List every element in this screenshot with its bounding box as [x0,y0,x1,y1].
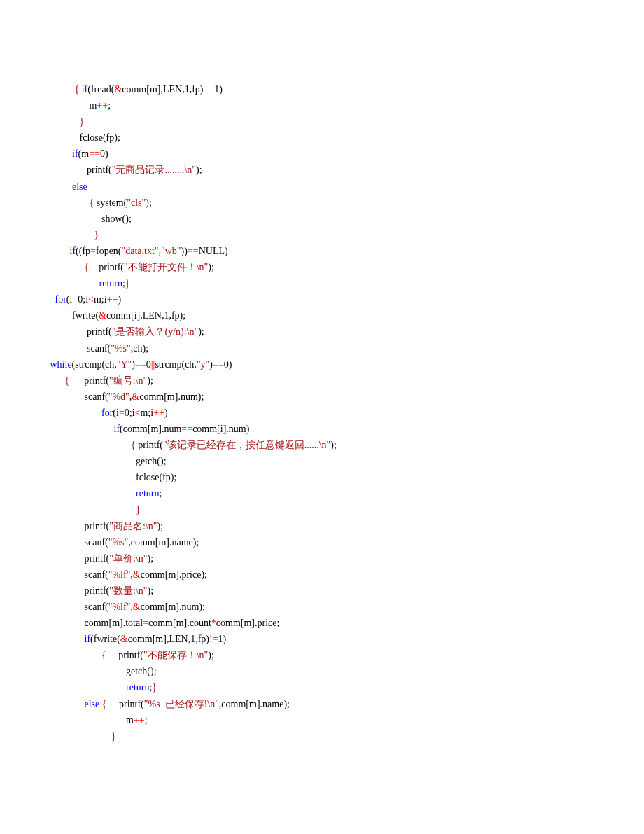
code-block: { if(fread(&comm[m],LEN,1,fp)==1) m++; }… [28,81,616,744]
page-container: { if(fread(&comm[m],LEN,1,fp)==1) m++; }… [0,0,644,786]
